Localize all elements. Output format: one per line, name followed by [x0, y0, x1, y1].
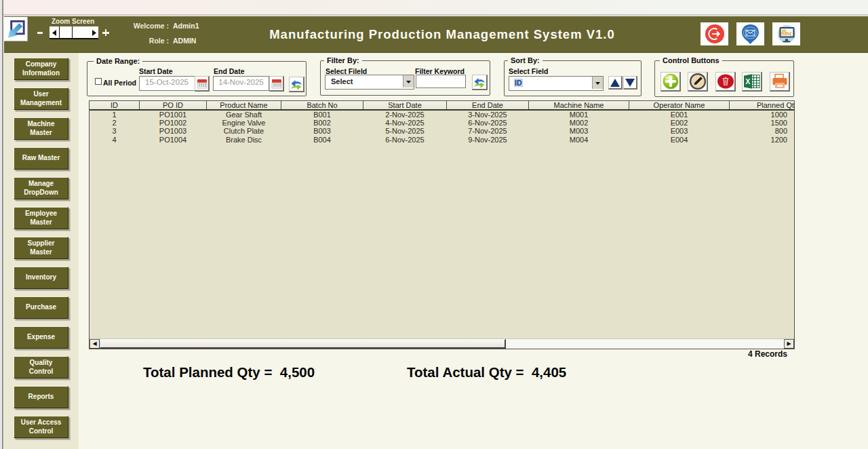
svg-text:X: X	[745, 77, 750, 85]
